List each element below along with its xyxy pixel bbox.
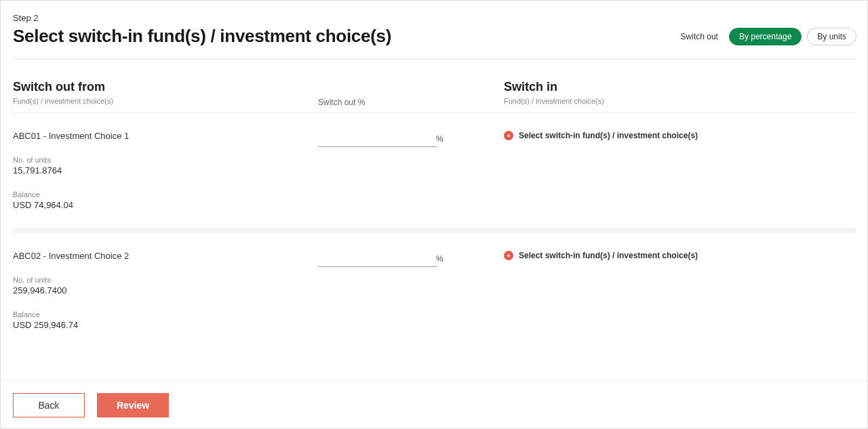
fund-name: ABC02 - Investment Choice 2 <box>13 251 318 261</box>
balance-value: USD 259,946.74 <box>13 320 318 330</box>
mode-by-percentage[interactable]: By percentage <box>729 28 802 45</box>
switch-in-sub: Fund(s) / investment choice(s) <box>504 97 856 105</box>
fund-name: ABC01 - Investment Choice 1 <box>13 131 318 141</box>
switch-out-title: Switch out from <box>13 80 318 94</box>
balance-label: Balance <box>13 310 318 319</box>
plus-icon: + <box>504 251 513 260</box>
columns-header: Switch out from Fund(s) / investment cho… <box>13 80 856 107</box>
plus-icon: + <box>504 131 513 140</box>
page-title-row: Select switch-in fund(s) / investment ch… <box>13 26 856 60</box>
units-label: No. of units <box>13 156 318 164</box>
switch-out-percent-input[interactable] <box>318 134 432 144</box>
balance-label: Balance <box>13 190 318 199</box>
footer-actions: Back Review <box>1 380 868 429</box>
fund-row: ABC01 - Investment Choice 1 No. of units… <box>13 113 856 228</box>
units-value: 15,791.8764 <box>13 165 318 176</box>
switch-out-percent-header: Switch out % <box>318 98 474 107</box>
switch-in-link-text: Select switch-in fund(s) / investment ch… <box>519 251 698 260</box>
review-button[interactable]: Review <box>97 393 169 417</box>
mode-by-units[interactable]: By units <box>807 28 856 45</box>
units-value: 259,946.7400 <box>13 285 318 295</box>
percent-sign: % <box>432 134 443 144</box>
balance-value: USD 74,964.04 <box>13 200 318 210</box>
switch-out-percent-input-wrap[interactable]: % <box>318 131 437 147</box>
mode-selector: Switch out By percentage By units <box>681 28 856 45</box>
fund-row: ABC02 - Investment Choice 2 No. of units… <box>13 228 856 348</box>
switch-out-sub: Fund(s) / investment choice(s) <box>13 97 318 105</box>
percent-sign: % <box>432 254 443 264</box>
switch-out-percent-input-wrap[interactable]: % <box>318 251 437 267</box>
select-switch-in-link[interactable]: + Select switch-in fund(s) / investment … <box>504 251 856 260</box>
switch-in-title: Switch in <box>504 80 856 94</box>
step-label: Step 2 <box>13 13 856 23</box>
switch-out-percent-input[interactable] <box>318 253 432 264</box>
back-button[interactable]: Back <box>13 393 85 417</box>
select-switch-in-link[interactable]: + Select switch-in fund(s) / investment … <box>504 131 856 140</box>
page-title: Select switch-in fund(s) / investment ch… <box>13 26 391 47</box>
units-label: No. of units <box>13 276 318 284</box>
switch-out-label: Switch out <box>681 32 718 41</box>
switch-in-link-text: Select switch-in fund(s) / investment ch… <box>519 131 698 140</box>
